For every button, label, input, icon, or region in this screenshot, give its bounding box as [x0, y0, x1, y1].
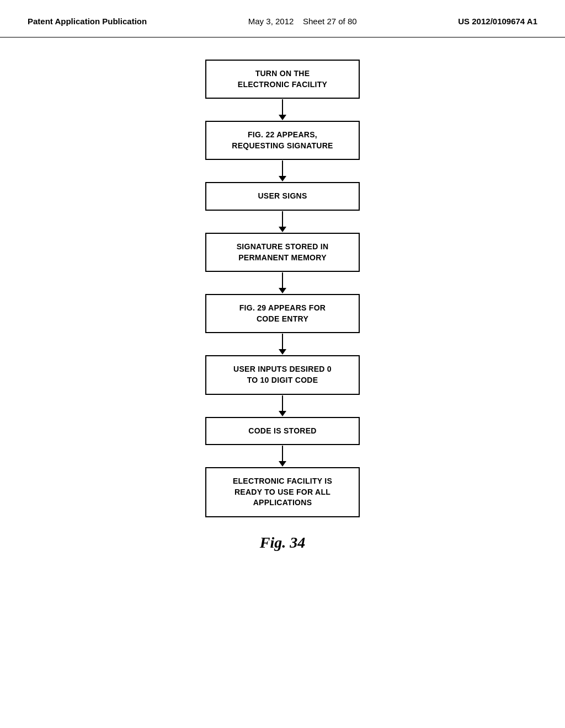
figure-label: Fig. 34: [260, 534, 305, 552]
arrow-line: [282, 446, 283, 461]
patent-number: US 2012/0109674 A1: [458, 17, 537, 26]
main-content: TURN ON THEELECTRONIC FACILITY FIG. 22 A…: [0, 38, 565, 574]
flowchart-box-2: FIG. 22 APPEARS,REQUESTING SIGNATURE: [205, 121, 360, 160]
flowchart-box-5: FIG. 29 APPEARS FORCODE ENTRY: [205, 294, 360, 333]
arrow-head: [279, 176, 286, 181]
sheet-info: May 3, 2012 Sheet 27 of 80: [248, 17, 357, 26]
arrow-5: [279, 333, 286, 355]
flowchart: TURN ON THEELECTRONIC FACILITY FIG. 22 A…: [205, 60, 360, 552]
arrow-7: [279, 445, 286, 467]
arrow-head: [279, 288, 286, 293]
arrow-4: [279, 272, 286, 294]
publication-label: Patent Application Publication: [28, 17, 147, 26]
arrow-line: [282, 334, 283, 349]
arrow-line: [282, 160, 283, 176]
flowchart-box-3: USER SIGNS: [205, 182, 360, 211]
flowchart-box-4: SIGNATURE STORED INPERMANENT MEMORY: [205, 233, 360, 272]
arrow-2: [279, 160, 286, 182]
date-label: May 3, 2012: [248, 17, 294, 26]
flowchart-box-8: ELECTRONIC FACILITY ISREADY TO USE FOR A…: [205, 467, 360, 517]
arrow-line: [282, 272, 283, 288]
arrow-head: [279, 227, 286, 232]
sheet-label: Sheet 27 of 80: [303, 17, 357, 26]
arrow-line: [282, 99, 283, 115]
flowchart-box-7: CODE IS STORED: [205, 417, 360, 446]
arrow-6: [279, 395, 286, 417]
flowchart-box-1: TURN ON THEELECTRONIC FACILITY: [205, 60, 360, 99]
arrow-head: [279, 115, 286, 120]
arrow-3: [279, 211, 286, 233]
arrow-head: [279, 349, 286, 355]
arrow-line: [282, 395, 283, 411]
flowchart-box-6: USER INPUTS DESIRED 0TO 10 DIGIT CODE: [205, 355, 360, 394]
arrow-head: [279, 411, 286, 416]
arrow-1: [279, 99, 286, 121]
arrow-line: [282, 211, 283, 227]
arrow-head: [279, 461, 286, 467]
page-header: Patent Application Publication May 3, 20…: [0, 0, 565, 38]
